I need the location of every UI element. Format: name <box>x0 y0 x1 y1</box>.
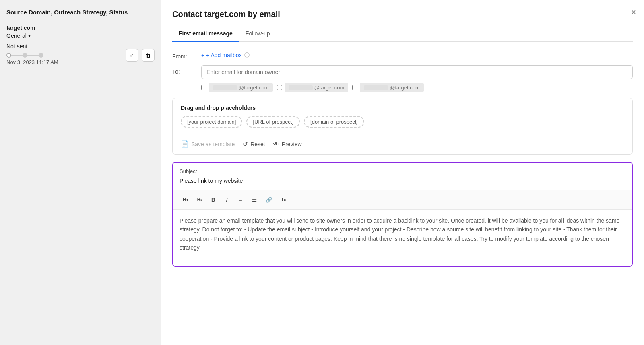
add-mailbox-button[interactable]: + + Add mailbox <box>201 52 242 58</box>
sidebar: Source Domain, Outreach Strategy, Status… <box>0 0 161 345</box>
save-template-button[interactable]: 📄 Save as template <box>181 140 235 148</box>
italic-button[interactable]: I <box>221 194 233 205</box>
to-label: To: <box>172 65 196 75</box>
sidebar-action-buttons: ✓ 🗑 <box>126 49 155 62</box>
preview-button[interactable]: 👁 Preview <box>273 140 302 147</box>
sidebar-domain: target.com <box>6 25 155 31</box>
confirm-button[interactable]: ✓ <box>126 49 138 62</box>
placeholder-chip-1[interactable]: [your project domain] <box>181 116 242 128</box>
subject-input[interactable] <box>180 178 625 184</box>
close-button[interactable]: × <box>631 8 636 16</box>
progress-line-1 <box>11 55 23 56</box>
email-suggestions: @target.com @target.com @target.com <box>201 83 633 92</box>
modal-title: Contact target.com by email <box>172 10 633 19</box>
to-row: To: @target.com @target.com <box>172 65 633 92</box>
from-action: + + Add mailbox ⓘ <box>201 50 250 59</box>
to-content: @target.com @target.com @target.com <box>201 65 633 92</box>
email-pill-3: @target.com <box>360 83 424 92</box>
subject-label: Subject <box>180 168 625 174</box>
save-icon: 📄 <box>181 140 189 148</box>
delete-button[interactable]: 🗑 <box>142 49 155 62</box>
progress-dots <box>6 53 43 58</box>
email-suggestion-1: @target.com <box>201 83 273 92</box>
email-checkbox-1[interactable] <box>201 85 206 90</box>
placeholder-chip-2[interactable]: [URL of prospect] <box>246 116 300 128</box>
progress-line-2 <box>27 55 39 56</box>
reset-icon: ↺ <box>243 140 248 148</box>
email-pill-1: @target.com <box>209 83 273 92</box>
placeholders-chips: [your project domain] [URL of prospect] … <box>181 116 624 128</box>
plus-icon: + <box>201 52 204 58</box>
email-pill-2: @target.com <box>285 83 349 92</box>
email-username-3 <box>364 85 388 90</box>
link-button[interactable]: 🔗 <box>262 194 275 205</box>
h2-button[interactable]: H₂ <box>194 194 205 205</box>
ordered-list-button[interactable]: ≡ <box>235 194 246 205</box>
from-label: From: <box>172 50 196 60</box>
sidebar-progress-row: ✓ 🗑 <box>6 53 155 58</box>
placeholders-box: Drag and drop placeholders [your project… <box>172 98 633 155</box>
email-suggestion-2: @target.com <box>277 83 349 92</box>
to-input[interactable] <box>201 65 633 79</box>
chevron-down-icon: ▾ <box>28 33 31 39</box>
tab-followup[interactable]: Follow-up <box>239 27 277 42</box>
toolbar-row: 📄 Save as template ↺ Reset 👁 Preview <box>181 140 624 148</box>
clear-format-button[interactable]: Tx <box>278 194 289 205</box>
info-icon: ⓘ <box>244 52 250 59</box>
eye-icon: 👁 <box>273 140 279 147</box>
progress-dot-1 <box>6 53 11 58</box>
email-domain-3: @target.com <box>390 85 420 91</box>
sidebar-type-dropdown[interactable]: General ▾ <box>6 33 155 39</box>
reset-button[interactable]: ↺ Reset <box>243 140 265 148</box>
tab-bar: First email message Follow-up <box>172 27 633 42</box>
unordered-list-button[interactable]: ☰ <box>249 194 260 205</box>
email-domain-1: @target.com <box>239 85 269 91</box>
email-checkbox-3[interactable] <box>352 85 357 90</box>
main-panel: Contact target.com by email × First emai… <box>161 0 644 345</box>
body-content[interactable]: Please prepare an email template that yo… <box>173 210 632 266</box>
email-checkbox-2[interactable] <box>277 85 282 90</box>
sidebar-header: Source Domain, Outreach Strategy, Status <box>6 8 155 17</box>
placeholders-divider <box>181 134 624 134</box>
bold-button[interactable]: B <box>208 194 219 205</box>
progress-dot-2 <box>23 53 27 58</box>
h1-button[interactable]: H₁ <box>180 194 192 205</box>
from-row: From: + + Add mailbox ⓘ <box>172 50 633 60</box>
email-domain-2: @target.com <box>314 85 345 91</box>
placeholders-title: Drag and drop placeholders <box>181 105 624 111</box>
subject-section: Subject <box>173 163 632 190</box>
email-suggestion-3: @target.com <box>352 83 424 92</box>
tab-first-email[interactable]: First email message <box>172 27 239 42</box>
sidebar-type-label: General <box>6 33 27 39</box>
body-toolbar: H₁ H₂ B I ≡ ☰ 🔗 Tx <box>173 190 632 210</box>
trash-icon: 🗑 <box>145 52 151 58</box>
progress-dot-3 <box>39 53 43 58</box>
placeholder-chip-3[interactable]: [domain of prospect] <box>304 116 364 128</box>
email-compose-box: Subject H₁ H₂ B I ≡ ☰ 🔗 Tx Please prepar… <box>172 162 633 267</box>
email-username-1 <box>213 85 237 90</box>
email-username-2 <box>289 85 313 90</box>
